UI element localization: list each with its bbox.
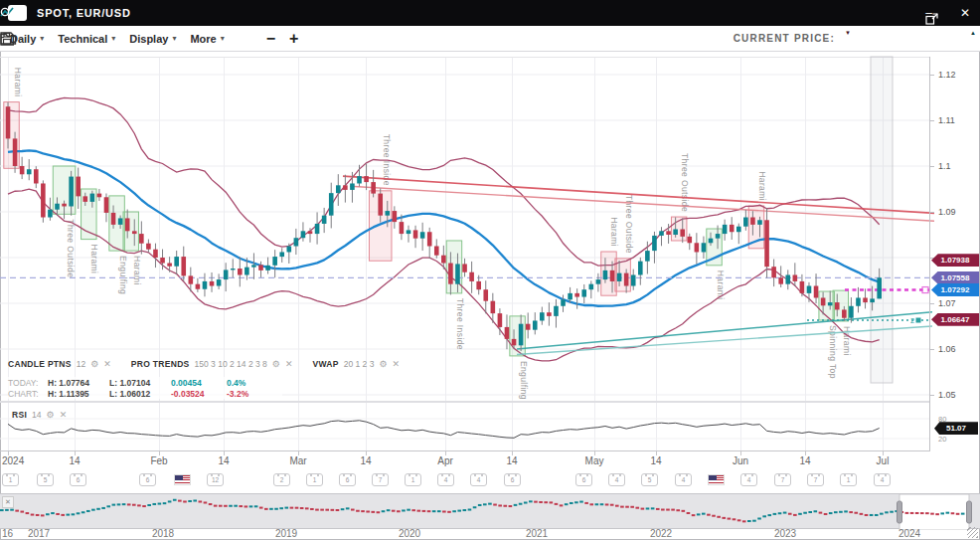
calendar-event-icon[interactable]: 12	[207, 473, 224, 486]
date-label: 14	[69, 455, 80, 466]
tick-up-arrow-icon: ▲	[970, 30, 976, 36]
calendar-event-icon[interactable]: 6	[339, 473, 356, 486]
app-window: SPOT, EUR/USD – ✕ Daily▾ Technical▾ Disp…	[0, 0, 980, 540]
rsi-panel-canvas[interactable]	[0, 402, 980, 450]
current-price-label: CURRENT PRICE:	[734, 33, 835, 44]
navigator-year-label: 2017	[28, 528, 50, 539]
menu-more[interactable]: More▾	[190, 33, 224, 45]
calendar-event-icon[interactable]: 6	[70, 473, 86, 486]
us-flag-icon[interactable]	[174, 474, 191, 485]
navigator-year-label: 2024	[898, 528, 920, 539]
calendar-event-icon[interactable]: 2	[273, 473, 290, 486]
price-stats: TODAY: H: 1.07764 L: 1.07104 0.00454 0.4…	[8, 377, 282, 399]
navigator-year-label: 2023	[774, 528, 796, 539]
calendar-event-icon[interactable]: 4	[470, 473, 487, 486]
ask-price-box[interactable]: 1.07563 ▲	[914, 29, 978, 48]
remove-indicator-icon[interactable]: ✕	[393, 359, 401, 369]
legend-pro-trends[interactable]: PRO TRENDS150 3 10 2 14 2 3 8 ⚙ ✕	[131, 359, 293, 369]
calendar-event-icon[interactable]: 4	[874, 473, 891, 486]
navigator-close-icon[interactable]: ✕	[2, 496, 14, 508]
window-title: SPOT, EUR/USD	[37, 7, 131, 19]
pattern-label: Harami	[89, 245, 99, 274]
date-label: Mar	[289, 455, 306, 466]
navigator-year-label: 2022	[650, 528, 672, 539]
calendar-event-icon[interactable]: 4	[675, 473, 692, 486]
calendar-event-icon[interactable]: 1	[2, 473, 19, 486]
calendar-event-icon[interactable]: 4	[437, 473, 454, 486]
gear-icon[interactable]: ⚙	[47, 410, 55, 420]
chevron-down-icon: ▾	[172, 34, 176, 43]
gear-icon[interactable]: ⚙	[90, 359, 98, 369]
chevron-down-icon: ▾	[221, 34, 225, 43]
chevron-down-icon: ▾	[111, 34, 115, 43]
title-bar: SPOT, EUR/USD – ✕	[0, 0, 980, 26]
pattern-label: Engulfing	[118, 256, 128, 294]
date-label: Feb	[150, 455, 167, 466]
date-label: Apr	[437, 455, 453, 466]
zoom-out-button[interactable]: −	[266, 32, 275, 46]
gear-icon[interactable]: ⚙	[379, 359, 387, 369]
toolbar: Daily▾ Technical▾ Display▾ More▾ − + CUR…	[0, 26, 980, 52]
remove-indicator-icon[interactable]: ✕	[103, 359, 111, 369]
menu-display[interactable]: Display▾	[129, 33, 176, 45]
main-chart-canvas[interactable]: HaramiThree OutsideHaramiEngulfingHarami…	[0, 52, 980, 402]
pattern-label: Engulfing	[519, 361, 529, 400]
navigator-year-label: 2021	[526, 528, 548, 539]
pattern-label: Harami	[842, 326, 852, 356]
resize-grip[interactable]	[967, 527, 978, 538]
calendar-event-icon[interactable]: 7	[372, 473, 389, 486]
date-label: May	[585, 455, 604, 466]
calendar-event-icon[interactable]: 7	[774, 473, 791, 486]
stats-chart-row: CHART: H: 1.11395 L: 1.06012 -0.03524 -3…	[8, 388, 282, 399]
calendar-event-icon[interactable]: 6	[575, 473, 592, 486]
us-flag-icon[interactable]	[708, 474, 725, 485]
calendar-event-icon[interactable]: 1	[840, 473, 857, 486]
remove-indicator-icon[interactable]: ✕	[60, 410, 68, 420]
bid-price-box[interactable]: ▼ 1.07553	[843, 29, 906, 48]
navigator-years: 1620172018201920202021202220232024	[0, 529, 980, 540]
date-label: 2024	[2, 455, 24, 466]
date-label: 14	[799, 455, 810, 466]
close-button[interactable]: ✕	[960, 0, 970, 26]
date-label: Jul	[877, 455, 890, 466]
navigator-window-handle[interactable]	[967, 501, 972, 523]
legend-candle-patterns[interactable]: CANDLE PTNS12 ⚙ ✕	[8, 359, 111, 369]
economic-calendar-row: 15661221671446645447714	[0, 467, 980, 493]
calendar-event-icon[interactable]: 5	[641, 473, 658, 486]
pattern-label: Harami	[132, 256, 142, 285]
pattern-label: Three Inside	[455, 298, 465, 350]
date-label: 14	[218, 455, 229, 466]
navigator-year-label: 2020	[399, 528, 420, 539]
pattern-label: Harami	[716, 270, 726, 300]
rsi-legend[interactable]: RSI14 ⚙ ✕	[12, 410, 67, 420]
date-label: 14	[650, 455, 661, 466]
calendar-event-icon[interactable]: 6	[139, 473, 156, 486]
navigator-year-label: 16	[2, 528, 13, 539]
pattern-label: Three Outside	[66, 219, 76, 277]
calendar-event-icon[interactable]: 1	[405, 473, 421, 486]
timeline-navigator[interactable]: ✕	[0, 493, 980, 529]
date-label: Jun	[733, 455, 748, 466]
tick-down-arrow-icon: ▼	[845, 30, 851, 36]
pattern-label: Harami	[13, 68, 23, 97]
stats-today-row: TODAY: H: 1.07764 L: 1.07104 0.00454 0.4…	[8, 377, 282, 388]
calendar-event-icon[interactable]: 1	[306, 473, 323, 486]
legend-vwap[interactable]: VWAP20 1 2 3 ⚙ ✕	[312, 359, 400, 369]
calendar-event-icon[interactable]: 4	[608, 473, 625, 486]
date-axis: 202414Feb14Mar14Apr14May14Jun14Jul	[0, 450, 930, 467]
menu-technical[interactable]: Technical▾	[58, 33, 115, 45]
calendar-event-icon[interactable]: 4	[740, 473, 757, 486]
chevron-down-icon: ▾	[40, 34, 44, 43]
pattern-label: Three Outside	[680, 153, 690, 212]
gear-icon[interactable]: ⚙	[272, 359, 280, 369]
date-label: 14	[506, 455, 517, 466]
calendar-event-icon[interactable]: 5	[37, 473, 54, 486]
calendar-event-icon[interactable]: 6	[504, 473, 521, 486]
svg-text:2: 2	[910, 316, 914, 325]
calendar-event-icon[interactable]: 7	[807, 473, 824, 486]
remove-indicator-icon[interactable]: ✕	[285, 359, 293, 369]
pattern-label: Harami	[757, 171, 767, 201]
zoom-in-button[interactable]: +	[289, 32, 298, 46]
navigator-window-handle[interactable]	[898, 501, 902, 523]
date-label: 14	[360, 455, 371, 466]
